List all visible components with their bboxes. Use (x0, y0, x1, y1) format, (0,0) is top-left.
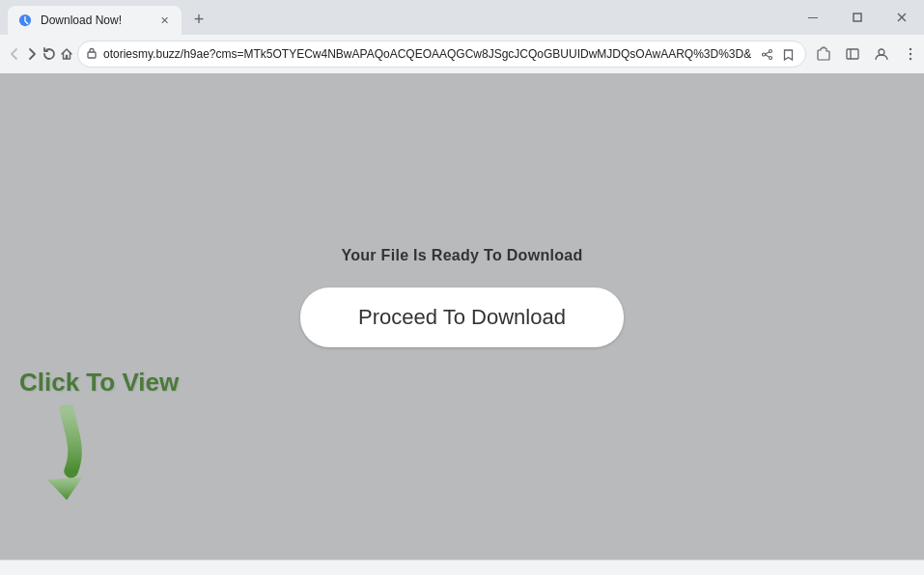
down-arrow-icon (19, 405, 97, 502)
new-tab-button[interactable]: + (185, 6, 212, 33)
svg-point-10 (910, 53, 911, 55)
forward-button[interactable] (25, 41, 39, 68)
svg-rect-2 (854, 14, 861, 21)
close-button[interactable] (880, 0, 924, 35)
svg-marker-12 (47, 478, 82, 501)
ready-text: Your File Is Ready To Download (341, 247, 582, 264)
bookmark-icon[interactable] (778, 44, 798, 64)
tab-close-button[interactable]: ✕ (156, 13, 172, 28)
svg-point-9 (910, 48, 911, 50)
title-bar: Download Now! ✕ + (0, 0, 924, 35)
page-content: Your File Is Ready To Download Proceed T… (0, 73, 924, 560)
svg-point-8 (879, 49, 884, 55)
window-controls (791, 0, 924, 35)
toolbar-right-actions (810, 41, 924, 68)
profile-button[interactable] (868, 41, 895, 68)
svg-rect-6 (847, 49, 858, 59)
reload-button[interactable] (42, 41, 56, 68)
svg-rect-5 (88, 52, 96, 58)
share-icon[interactable] (757, 44, 776, 64)
click-to-view-overlay: Click To View (0, 368, 179, 502)
chrome-window: Download Now! ✕ + (0, 0, 924, 575)
lock-icon (86, 47, 98, 62)
svg-point-11 (910, 58, 911, 60)
active-tab[interactable]: Download Now! ✕ (8, 6, 182, 35)
address-actions (757, 44, 798, 64)
tab-favicon-icon (17, 13, 33, 28)
status-bar (0, 560, 924, 575)
url-display: otoriesmy.buzz/h9ae?cms=MTk5OTYECw4NBwAP… (103, 47, 751, 61)
menu-button[interactable] (897, 41, 924, 68)
sidebar-button[interactable] (839, 41, 866, 68)
address-bar[interactable]: otoriesmy.buzz/h9ae?cms=MTk5OTYECw4NBwAP… (77, 41, 806, 68)
extensions-button[interactable] (810, 41, 837, 68)
home-button[interactable] (60, 41, 73, 68)
tab-strip: Download Now! ✕ + (0, 0, 212, 35)
proceed-to-download-button[interactable]: Proceed To Download (300, 288, 624, 347)
tab-title: Download Now! (41, 14, 149, 27)
browser-toolbar: otoriesmy.buzz/h9ae?cms=MTk5OTYECw4NBwAP… (0, 35, 924, 73)
back-button[interactable] (8, 41, 21, 68)
maximize-button[interactable] (835, 0, 880, 35)
click-to-view-text: Click To View (19, 368, 179, 397)
minimize-button[interactable] (791, 0, 835, 35)
page-inner: Your File Is Ready To Download Proceed T… (300, 247, 624, 347)
